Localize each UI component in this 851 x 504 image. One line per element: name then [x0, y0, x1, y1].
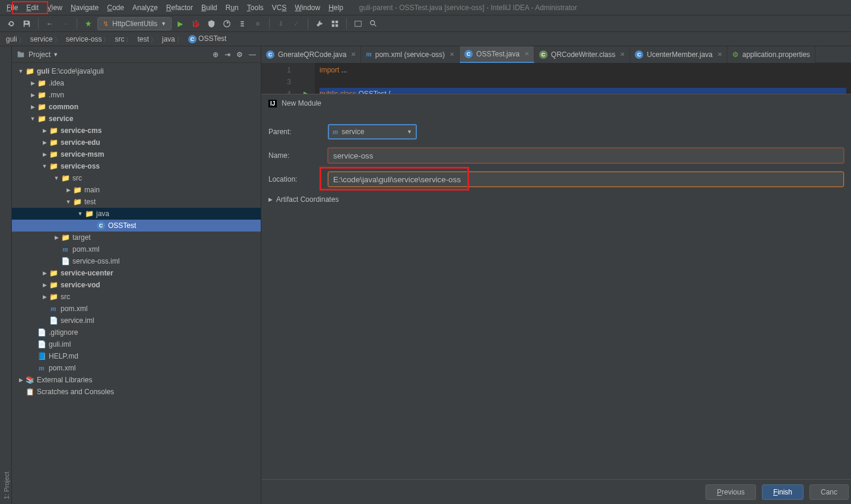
menu-code[interactable]: Code — [103, 2, 128, 14]
finish-button[interactable]: Finish — [762, 484, 803, 500]
tree-item[interactable]: ▶📁service-vod — [12, 279, 261, 291]
menu-refactor[interactable]: Refactor — [162, 2, 197, 14]
menu-vcs[interactable]: VCS — [268, 2, 291, 14]
gutter-project-label[interactable]: 1: Project — [2, 46, 11, 504]
menu-window[interactable]: Window — [290, 2, 324, 14]
sync-icon[interactable] — [5, 17, 18, 30]
chevron-right-icon: ▶ — [268, 196, 273, 202]
class-icon: C — [464, 50, 473, 58]
stop-icon[interactable]: ■ — [251, 17, 264, 30]
svg-rect-3 — [332, 24, 334, 26]
artifact-coordinates[interactable]: ▶ Artifact Coordinates — [268, 195, 844, 204]
tree-item[interactable]: ▶📁.mvn — [12, 89, 261, 101]
attach-icon[interactable] — [236, 17, 249, 30]
maven-icon: m — [366, 50, 371, 59]
menu-navigate[interactable]: Navigate — [67, 2, 103, 14]
debug-icon[interactable]: 🐞 — [189, 17, 203, 30]
location-input[interactable] — [328, 172, 844, 187]
menu-build[interactable]: Build — [197, 2, 222, 14]
tab-label: pom.xml (service-oss) — [375, 50, 445, 59]
tree-item-java[interactable]: ▼📁java — [12, 208, 261, 220]
tree-item[interactable]: ▶📁.idea — [12, 77, 261, 89]
tree-item[interactable]: 📄service.iml — [12, 315, 261, 327]
back-icon[interactable]: ← — [43, 17, 56, 30]
toolbar: ← → ↯ HttpClientUtils ▼ ▶ 🐞 ■ ⬇ ✓ — [0, 15, 851, 32]
locate-icon[interactable]: ⊕ — [213, 50, 219, 59]
search-icon[interactable] — [367, 17, 380, 30]
tab-ucentermember[interactable]: CUcenterMember.java✕ — [630, 46, 727, 63]
tree-item[interactable]: ▼📁service-oss — [12, 160, 261, 172]
run-config-selector[interactable]: ↯ HttpClientUtils ▼ — [97, 17, 172, 30]
tree-item[interactable]: mpom.xml — [12, 243, 261, 255]
tree-item[interactable]: ▶📁common — [12, 101, 261, 113]
tree-item[interactable]: ▶📁main — [12, 184, 261, 196]
crumb[interactable]: test — [134, 34, 152, 45]
tree-item[interactable]: ▼📁src — [12, 172, 261, 184]
tree-item[interactable]: 📄service-oss.iml — [12, 255, 261, 267]
cancel-button[interactable]: Canc — [809, 484, 849, 500]
menu-tools[interactable]: Tools — [243, 2, 268, 14]
close-icon[interactable]: ✕ — [524, 50, 529, 57]
hide-icon[interactable]: — — [249, 50, 256, 59]
tree-item[interactable]: ▶📁service-ucenter — [12, 267, 261, 279]
tab-osstest[interactable]: COSSTest.java✕ — [460, 46, 534, 63]
dropdown-icon[interactable]: ▼ — [53, 52, 58, 58]
tree-item[interactable]: ▶📁service-cms — [12, 125, 261, 137]
tree-item-osstest[interactable]: COSSTest — [12, 220, 261, 232]
tree-root-name: guli — [37, 67, 49, 75]
code-content[interactable]: import import ...... public class OSSTes… — [315, 63, 851, 99]
close-icon[interactable]: ✕ — [351, 51, 356, 58]
run-icon[interactable]: ▶ — [174, 17, 187, 30]
tree-item[interactable]: 📄.gitignore — [12, 327, 261, 338]
tab-label: UcenterMember.java — [647, 50, 713, 59]
structure-icon[interactable] — [352, 17, 365, 30]
git-commit-icon[interactable]: ✓ — [290, 17, 303, 30]
tab-appprops[interactable]: ⚙application.properties — [727, 46, 815, 63]
tree-item[interactable]: ▶📁service-msm — [12, 148, 261, 160]
tree-item[interactable]: ▶📁src — [12, 291, 261, 303]
tab-qrcodewriter[interactable]: CQRCodeWriter.class✕ — [534, 46, 630, 63]
gutter-structure-label[interactable]: 7: Structure — [0, 46, 2, 504]
tree-item[interactable]: 📄guli.iml — [12, 338, 261, 350]
coverage-icon[interactable] — [205, 17, 218, 30]
profile-icon[interactable] — [220, 17, 233, 30]
menu-help[interactable]: Help — [324, 2, 347, 14]
tree-item[interactable]: ▶📚External Libraries — [12, 374, 261, 386]
previous-button[interactable]: Previous — [706, 484, 756, 500]
menu-analyze[interactable]: Analyze — [128, 2, 162, 14]
build-icon[interactable] — [82, 17, 95, 30]
dialog-title: New Module — [281, 99, 321, 107]
close-icon[interactable]: ✕ — [717, 51, 722, 58]
save-icon[interactable] — [20, 17, 33, 30]
tree-item[interactable]: 📘HELP.md — [12, 350, 261, 362]
tree-item[interactable]: mpom.xml — [12, 303, 261, 315]
wrench-icon[interactable] — [313, 17, 326, 30]
tree-item[interactable]: mpom.xml — [12, 362, 261, 374]
crumb[interactable]: guli — [2, 34, 21, 45]
tab-pom[interactable]: mpom.xml (service-oss)✕ — [361, 46, 460, 63]
gear-icon[interactable]: ⚙ — [236, 50, 243, 59]
crumb[interactable]: service-oss — [62, 34, 106, 45]
tree-item[interactable]: ▼📁test — [12, 196, 261, 208]
intellij-icon: IJ — [268, 100, 277, 107]
settings-icon[interactable] — [328, 17, 341, 30]
parent-select[interactable]: m service ▼ — [328, 124, 417, 140]
close-icon[interactable]: ✕ — [450, 51, 454, 58]
tree-item[interactable]: 📋Scratches and Consoles — [12, 386, 261, 398]
tab-gnerateqrcode[interactable]: CGnerateQRCode.java✕ — [261, 46, 361, 63]
forward-icon[interactable]: → — [59, 17, 72, 30]
crumb[interactable]: C OSSTest — [185, 33, 230, 45]
tree-root[interactable]: ▼📁guli E:\code\java\guli — [12, 65, 261, 77]
menu-run[interactable]: Run — [222, 2, 243, 14]
crumb[interactable]: src — [111, 34, 128, 45]
tree-item[interactable]: ▼📁service — [12, 113, 261, 125]
crumb[interactable]: service — [27, 34, 56, 45]
crumb[interactable]: java — [159, 34, 179, 45]
name-input[interactable] — [328, 148, 844, 163]
tree-item-target[interactable]: ▶📁target — [12, 232, 261, 243]
tree-item[interactable]: ▶📁service-edu — [12, 137, 261, 148]
close-icon[interactable]: ✕ — [620, 51, 625, 58]
dropdown-icon: ▼ — [407, 129, 412, 135]
git-update-icon[interactable]: ⬇ — [274, 17, 287, 30]
collapse-icon[interactable]: ⇥ — [224, 50, 230, 59]
